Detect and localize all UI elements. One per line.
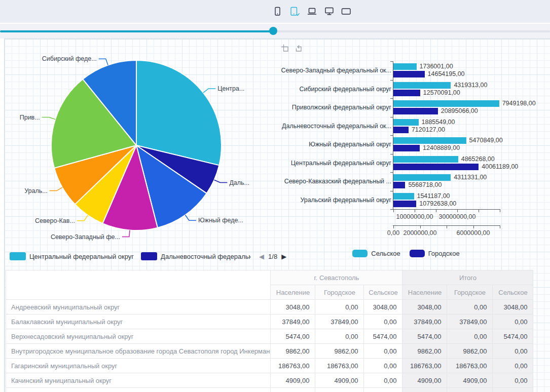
value-cell: 3048,00 [493, 300, 533, 315]
bar-urban[interactable] [393, 164, 479, 170]
bar-urban[interactable] [393, 127, 409, 133]
pie-label-connector [186, 215, 196, 221]
value-cell: 0,00 [364, 388, 402, 392]
bar-urban[interactable] [393, 182, 405, 188]
smartphone-icon[interactable] [272, 6, 283, 17]
bar-value-label: 40061189,00 [482, 163, 518, 170]
tablet-icon[interactable] [289, 6, 300, 17]
bar-value-label: 4319313,00 [454, 82, 487, 89]
bar-category-label: Приволжский федеральный округ [277, 104, 391, 111]
bar-urban[interactable] [393, 108, 438, 114]
legend-prev-icon[interactable]: ◀ [259, 253, 264, 260]
value-cell: 0,00 [447, 300, 493, 315]
table-column-header: Сельское [364, 285, 402, 300]
pie-label-connector [42, 117, 55, 120]
pie-label-connector [50, 187, 62, 191]
value-cell: 0,00 [364, 373, 402, 388]
canvas-width-slider [0, 24, 550, 38]
legend-item-far-eastern[interactable]: Дальневосточный федеральн [141, 252, 251, 260]
value-cell: 3048,00 [402, 300, 447, 315]
bar-legend-item[interactable]: Сельское [352, 250, 400, 257]
value-cell: 186763,00 [447, 359, 493, 373]
bar-urban[interactable] [393, 71, 425, 77]
x-axis-tick [393, 226, 394, 228]
value-cell: 5474,00 [271, 329, 315, 344]
category-axis-line [393, 61, 393, 209]
category-axis-tick [390, 98, 393, 99]
value-cell: 0,00 [493, 344, 533, 359]
bar-rural[interactable] [393, 137, 466, 144]
x-axis-tick [393, 210, 394, 212]
legend-swatch [141, 252, 157, 260]
bar-rural[interactable] [393, 156, 458, 163]
bar-urban[interactable] [393, 90, 420, 96]
x-axis-tick [457, 210, 458, 212]
bar-rural[interactable] [393, 119, 419, 126]
tv-icon[interactable] [341, 6, 352, 17]
x-axis-label: 6000000,00 [456, 229, 490, 237]
population-table: г. СевастопольИтогоНаселениеГородскоеСел… [6, 270, 533, 392]
slider-handle[interactable] [269, 27, 277, 35]
table-column-header: Городское [447, 285, 493, 300]
bar-category-label: Центральный федеральный округ [277, 160, 391, 167]
category-axis-tick [390, 117, 393, 117]
pie-slice-label: Южный феде... [198, 217, 243, 224]
legend-swatch [10, 252, 26, 260]
category-axis-tick [390, 80, 393, 81]
bar-value-label: 14654195,00 [428, 70, 465, 77]
desktop-monitor-icon[interactable] [323, 6, 335, 17]
value-cell: 9862,00 [402, 344, 447, 359]
device-preview-toolbar [0, 0, 550, 24]
bar-rural[interactable] [393, 100, 499, 107]
table-row: Внутригородское муниципальное образовани… [6, 344, 533, 359]
table-corner-cell [6, 270, 271, 300]
district-name-cell: Гагаринский муниципальный округ [6, 359, 271, 373]
category-axis-tick [390, 172, 393, 173]
x-axis-tick [500, 226, 500, 228]
bar-value-label: 1736001,00 [420, 63, 453, 70]
bar-category-label: Сибирский федеральный округ [277, 86, 391, 93]
bar-value-label: 4865268,00 [461, 155, 495, 163]
value-cell: 5474,00 [364, 329, 402, 344]
table-row: Качинский муниципальный округ4909,004909… [6, 373, 533, 388]
legend-swatch [352, 250, 368, 257]
pie-slice-label: Сибирский феде... [42, 55, 97, 62]
table-column-header: Городское [315, 285, 364, 300]
table-column-header: Население [271, 285, 315, 300]
bar-value-label: 7120127,00 [412, 126, 445, 133]
value-cell: 133431,00 [271, 388, 315, 392]
bar-rural[interactable] [393, 193, 414, 200]
bar-category-label: Северо-Западный федеральный ок... [277, 67, 391, 74]
district-name-cell: Балаклавский муниципальный округ [6, 315, 271, 329]
value-cell: 0,00 [447, 329, 493, 344]
category-axis-tick [390, 154, 393, 154]
value-cell: 0,00 [493, 315, 533, 329]
bar-chart: Северо-Западный федеральный ок...1736001… [277, 40, 550, 269]
table-group-header: Итого [402, 270, 533, 285]
bar-rural[interactable] [393, 174, 451, 181]
legend-item-central[interactable]: Центральный федеральный округ [10, 252, 134, 260]
value-cell: 37849,00 [315, 315, 364, 329]
laptop-icon[interactable] [306, 6, 317, 17]
value-cell: 4909,00 [402, 373, 447, 388]
bar-legend: СельскоеГородское [307, 250, 505, 257]
bar-urban[interactable] [393, 201, 416, 207]
x-axis-label: 2000000,00 [403, 229, 436, 237]
table-row: Андреевский муниципальный округ3048,000,… [6, 300, 533, 315]
table-row: Верхнесадовский муниципальный округ5474,… [6, 329, 533, 344]
value-cell: 0,00 [493, 359, 533, 373]
pie-chart-widget: Центра...Даль...Южный феде...Северо-Запа… [6, 40, 277, 268]
bar-rural[interactable] [393, 82, 451, 89]
pie-slice-label: Даль... [229, 179, 249, 186]
pie-slice-label: Ураль... [24, 187, 48, 194]
pie-slice-label: Центра... [217, 85, 244, 92]
category-axis-tick [390, 61, 393, 62]
x-axis-label: 30000000,00 [439, 213, 476, 220]
bar-rural[interactable] [393, 63, 417, 70]
bar-legend-item[interactable]: Городское [410, 250, 460, 257]
value-cell: 186763,00 [315, 359, 364, 373]
bar-value-label: 1541187,00 [417, 192, 450, 200]
bar-urban[interactable] [393, 145, 420, 151]
legend-label: Сельское [371, 250, 400, 257]
x-axis-tick [436, 210, 436, 212]
